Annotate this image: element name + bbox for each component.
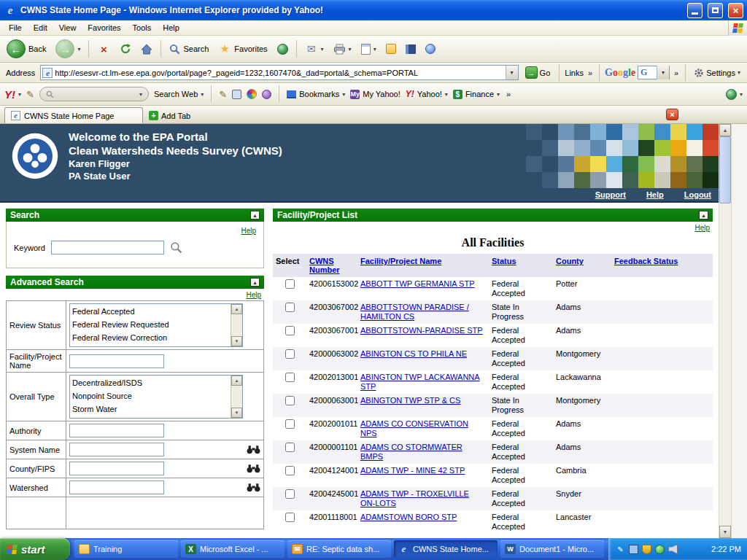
column-cwns-number[interactable]: CWNS Number <box>309 257 340 274</box>
scroll-down-icon[interactable]: ▼ <box>231 336 242 346</box>
finance-button[interactable]: $ Finance ▾ <box>453 90 500 99</box>
mail-dropdown-icon[interactable]: ▾ <box>321 46 324 52</box>
address-input[interactable]: e http://esesvr-ct.lm-ese.epa.gov/portal… <box>40 65 518 80</box>
print-button[interactable]: ▾ <box>330 42 355 56</box>
menu-help[interactable]: Help <box>157 21 185 34</box>
review-status-scrollbar[interactable]: ▲ ▼ <box>231 304 242 346</box>
menu-edit[interactable]: Edit <box>28 21 53 34</box>
google-search-box[interactable]: G ▾ <box>638 66 670 79</box>
yahoo-options-dropdown-icon[interactable]: ▾ <box>740 91 743 98</box>
overall-type-option[interactable]: Storm Water <box>72 402 228 416</box>
column-status[interactable]: Status <box>492 257 516 265</box>
overall-type-option[interactable]: Decentralized/ISDS <box>72 376 228 389</box>
search-button[interactable]: Search <box>166 42 212 56</box>
minimize-button[interactable] <box>687 3 703 18</box>
scrollbar-track[interactable] <box>719 136 731 526</box>
yahoo-purple-icon[interactable] <box>262 90 271 99</box>
yahoo-globe-icon[interactable] <box>247 89 257 99</box>
finance-dropdown-icon[interactable]: ▾ <box>497 91 500 98</box>
close-strip-button[interactable]: × <box>666 109 678 120</box>
facility-select-checkbox[interactable] <box>285 349 295 359</box>
print-dropdown-icon[interactable]: ▾ <box>349 46 352 52</box>
stop-button[interactable]: × <box>93 42 114 57</box>
facility-name-link[interactable]: ABINGTON CS TO PHILA NE <box>360 349 467 358</box>
scrollbar-thumb[interactable] <box>719 136 731 203</box>
menu-favorites[interactable]: Favorites <box>82 21 126 34</box>
facility-name-link[interactable]: ABBOTTSTOWN PARADISE / HAMILTON CS <box>360 303 469 321</box>
facility-name-link[interactable]: ADAMSTOWN BORO STP <box>360 513 457 521</box>
advanced-search-help-link[interactable]: Help <box>246 291 261 299</box>
review-status-option[interactable]: Federal Accepted <box>72 305 228 318</box>
edit-button[interactable] <box>382 42 400 55</box>
menu-view[interactable]: View <box>53 21 82 34</box>
watershed-input[interactable] <box>69 481 164 494</box>
tab-cwns-state-home-page[interactable]: e CWNS State Home Page <box>4 107 143 123</box>
maximize-button[interactable] <box>708 3 723 18</box>
facility-select-checkbox[interactable] <box>285 419 295 429</box>
authority-input[interactable] <box>69 424 164 438</box>
facility-name-link[interactable]: ABINGTON TWP LACKAWANNA STP <box>360 373 480 391</box>
close-button[interactable]: × <box>728 3 743 18</box>
scroll-down-icon[interactable]: ▼ <box>231 408 242 418</box>
yahoo-edit-pencil-icon[interactable]: ✎ <box>219 89 227 100</box>
go-button[interactable]: → Go <box>522 65 554 80</box>
yahoo-home-dropdown-icon[interactable]: ▾ <box>445 91 448 98</box>
yahoo-home-button[interactable]: Y! Yahoo! ▾ <box>406 89 448 99</box>
facility-name-link[interactable]: ADAMS TWP - TROXELVILLE ON-LOTS <box>360 489 469 508</box>
research-button[interactable] <box>402 43 419 55</box>
support-link[interactable]: Support <box>595 190 626 199</box>
google-overflow-chevron-icon[interactable]: » <box>673 69 680 77</box>
start-button[interactable]: start <box>0 538 70 560</box>
home-button[interactable] <box>137 42 156 56</box>
yahoo-pencil-icon[interactable]: ✎ <box>26 89 34 100</box>
tray-status-icon[interactable] <box>655 545 665 554</box>
yahoo-window-icon[interactable] <box>232 90 241 99</box>
back-button[interactable]: ← Back <box>3 38 50 60</box>
history-button[interactable] <box>274 42 292 56</box>
forward-button[interactable]: → ▾ <box>52 38 84 60</box>
facility-name-link[interactable]: ADAMS TWP - MINE 42 STP <box>360 466 465 475</box>
review-status-option[interactable]: Federal Review Correction <box>72 331 228 344</box>
settings-button[interactable]: Settings ▾ <box>691 66 743 79</box>
overall-type-scrollbar[interactable]: ▲ ▼ <box>231 376 242 418</box>
overall-type-listbox[interactable]: Decentralized/ISDS Nonpoint Source Storm… <box>69 375 243 419</box>
taskbar-task-button[interactable]: Training <box>74 540 178 558</box>
yahoo-search-input[interactable]: ▾ <box>39 87 149 101</box>
bookmarks-dropdown-icon[interactable]: ▾ <box>342 91 345 98</box>
forward-dropdown-icon[interactable]: ▾ <box>77 46 80 52</box>
tray-shield-icon[interactable] <box>642 545 651 554</box>
facility-select-checkbox[interactable] <box>285 443 295 452</box>
scroll-up-icon[interactable]: ▲ <box>231 376 242 386</box>
facility-select-checkbox[interactable] <box>285 489 295 499</box>
yahoo-search-dropdown-icon[interactable]: ▾ <box>139 91 142 98</box>
keyword-input[interactable] <box>51 241 164 254</box>
review-status-listbox[interactable]: Federal Accepted Federal Review Requeste… <box>69 303 243 347</box>
page-dropdown-icon[interactable]: ▾ <box>374 46 376 52</box>
taskbar-task-button[interactable]: CWNS State Home... <box>394 540 498 558</box>
taskbar-task-button[interactable]: Microsoft Excel - ... <box>181 540 285 558</box>
tray-volume-icon[interactable] <box>668 545 678 554</box>
watershed-lookup-icon[interactable] <box>247 483 260 492</box>
search-web-button[interactable]: Search Web ▾ <box>154 90 204 98</box>
facility-name-link[interactable]: ABBOTTSTOWN-PARADISE STP <box>360 326 483 335</box>
menu-tools[interactable]: Tools <box>127 21 158 34</box>
google-dropdown-icon[interactable]: ▾ <box>657 66 669 79</box>
column-county[interactable]: County <box>556 257 584 265</box>
facility-select-checkbox[interactable] <box>285 303 295 312</box>
facility-select-checkbox[interactable] <box>285 326 295 335</box>
facility-name-link[interactable]: ADAMS CO CONSERVATION NPS <box>360 419 468 438</box>
taskbar-task-button[interactable]: RE: Septic data sh... <box>287 540 391 558</box>
address-dropdown-icon[interactable]: ▾ <box>506 66 518 79</box>
facility-name-link[interactable]: ABBOTT TWP GERMANIA STP <box>360 279 474 288</box>
messenger-button[interactable] <box>422 42 439 55</box>
county-fips-input[interactable] <box>69 462 164 475</box>
facility-select-checkbox[interactable] <box>285 513 295 522</box>
facility-list-help-link[interactable]: Help <box>694 224 710 232</box>
facility-name-input[interactable] <box>69 354 164 368</box>
county-fips-lookup-icon[interactable] <box>247 464 260 473</box>
column-feedback-status[interactable]: Feedback Status <box>614 257 678 265</box>
settings-dropdown-icon[interactable]: ▾ <box>738 69 740 76</box>
tray-display-icon[interactable] <box>629 545 638 554</box>
review-status-option[interactable]: Federal Review Requested <box>72 318 228 331</box>
scrollbar-up-icon[interactable]: ▲ <box>719 124 731 136</box>
